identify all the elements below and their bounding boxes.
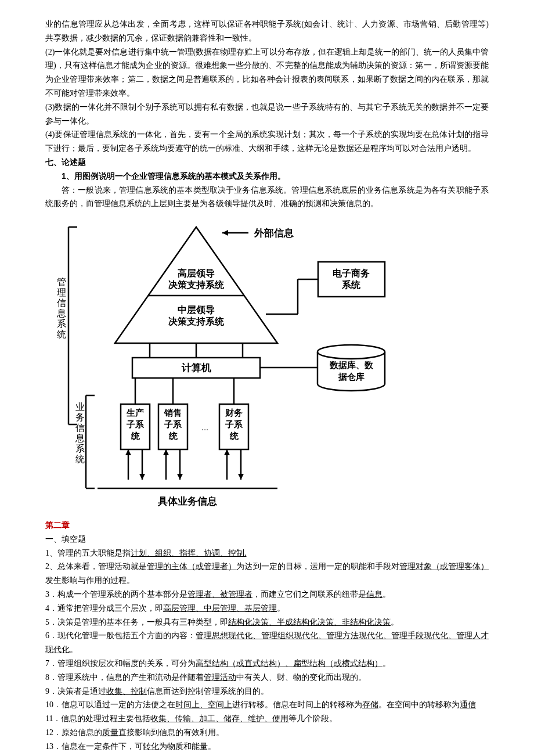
fill-heading: 一、填空题 <box>45 532 489 546</box>
fill-item-8: 8．管理系统中，信息的产生和流动是伴随着管理活动中有关人、财、物的变化而出现的。 <box>45 671 489 685</box>
sub3: ... <box>201 422 209 432</box>
fill-item-13: 13．信息在一定条件下，可转化为物质和能量。 <box>45 740 489 754</box>
svg-marker-37 <box>177 474 183 480</box>
fill-item-9: 9．决策者是通过收集、控制信息而达到控制管理系统的目的。 <box>45 685 489 699</box>
svg-rect-10 <box>318 262 385 297</box>
svg-marker-39 <box>238 474 244 480</box>
svg-marker-36 <box>163 449 169 455</box>
label-mid-dss: 决策支持系统 <box>168 316 225 326</box>
sub4b: 子系 <box>225 419 243 429</box>
intro-p2: (2)一体化就是要对信息进行集中统一管理(数据在物理存贮上可以分布存放，但在逻辑… <box>45 45 489 100</box>
intro-p0: 业的信息管理应从总体出发，全面考虑，这样可以保证各种职能子系统(如会计、统计、人… <box>45 17 489 45</box>
intro-p4: (4)要保证管理信息系统的一体化，首先，要有一个全局的系统实现计划；其次，每一个… <box>45 128 489 156</box>
fill-item-6: 6．现代化管理一般包括五个方面的内容：管理思想现代化、管理组织现代化、管理方法现… <box>45 629 489 657</box>
fill-item-5: 5．决策是管理的基本任务，一般具有三种类型，即结构化决策、半成结构化决策、非结构… <box>45 615 489 629</box>
fill-item-14: 14．信息存储也属信息的积累，这在管理活动中是十分重要的。 <box>45 754 489 757</box>
section7-heading: 七、论述题 <box>45 156 489 170</box>
sub2a: 销售 <box>164 408 182 417</box>
label-computer: 计算机 <box>181 362 211 373</box>
section7-a1: 答：一般说来，管理信息系统的基本类型取决于业务信息系统。管理信息系统底层的业务信… <box>45 183 489 211</box>
label-mis: 管理信息系统 <box>56 277 66 339</box>
svg-marker-34 <box>125 449 131 455</box>
fill-item-7: 7．管理组织按层次和幅度的关系，可分为高型结构（或直式结构）、扁型结构（或横式结… <box>45 657 489 671</box>
sub4a: 财务 <box>225 408 243 417</box>
fill-item-3: 3．构成一个管理系统的两个基本部分是管理者、被管理者，而建立它们之间联系的纽带是… <box>45 588 489 602</box>
fill-item-1: 1、管理的五大职能是指计划、组织、指挥、协调、控制. <box>45 546 489 560</box>
label-bis: 业务信息系统 <box>75 402 85 464</box>
svg-marker-9 <box>222 230 228 236</box>
mis-diagram: 管理信息系统 业务信息系统 外部信息 高层领导 决策支持系统 中层领导 决策支持… <box>45 215 489 516</box>
section7-q1: 1、用图例说明一个企业管理信息系统的基本模式及关系作用。 <box>45 170 489 183</box>
label-ec2: 系统 <box>341 280 361 290</box>
fill-item-2: 2、总体来看，管理活动就是管理的主体（或管理者）为达到一定的目标，运用一定的职能… <box>45 560 489 588</box>
svg-marker-35 <box>139 474 145 480</box>
intro-p3: (3)数据的一体化并不限制个别子系统可以拥有私有数据，也就是说一些子系统特有的、… <box>45 100 489 128</box>
fill-item-11: 11．信息的处理过程主要包括收集、传输、加工、储存、维护、使用等几个阶段。 <box>45 712 489 726</box>
svg-point-18 <box>317 345 385 359</box>
sub1a: 生产 <box>126 408 144 417</box>
fill-item-4: 4．通常把管理分成三个层次，即高层管理、中层管理、基层管理。 <box>45 602 489 615</box>
chapter2-heading: 第二章 <box>45 519 489 532</box>
label-bottom: 具体业务信息 <box>157 496 217 507</box>
fill-items-container: 1、管理的五大职能是指计划、组织、指挥、协调、控制.2、总体来看，管理活动就是管… <box>45 546 489 756</box>
sub1b: 子系 <box>126 419 145 429</box>
label-ec1: 电子商务 <box>333 268 370 278</box>
sub4c: 统 <box>229 431 239 441</box>
fill-item-10: 10．信息可以通过一定的方法使之在时间上、空间上进行转移。信息在时间上的转移称为… <box>45 698 489 712</box>
label-mid-leader: 中层领导 <box>178 305 215 315</box>
label-external: 外部信息 <box>254 228 294 239</box>
label-top-dss: 决策支持系统 <box>168 280 225 290</box>
label-db2: 据仓库 <box>338 372 365 381</box>
sub2b: 子系 <box>164 419 182 429</box>
sub1c: 统 <box>131 431 140 441</box>
sub2c: 统 <box>168 431 178 441</box>
fill-item-12: 12．原始信息的质量直接影响到信息的有效利用。 <box>45 726 489 740</box>
label-db1: 数据库、数 <box>329 360 374 370</box>
label-top-leader: 高层领导 <box>178 268 215 278</box>
svg-marker-38 <box>224 449 230 455</box>
